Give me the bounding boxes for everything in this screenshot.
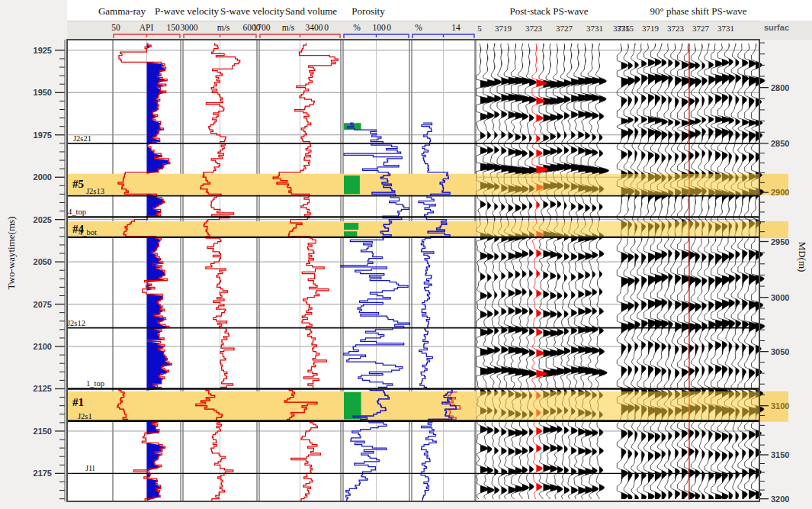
scale-unit-label: m/s	[217, 24, 230, 33]
scale-unit-label: %	[353, 24, 361, 33]
trace-number: 3727	[692, 24, 709, 33]
time-tick-label: 1950	[34, 89, 52, 97]
md-tick-label: 2850	[771, 140, 789, 148]
time-tick-label: 2150	[34, 427, 52, 436]
trace-number: 3723	[525, 24, 542, 33]
scale-min-label: 0	[387, 24, 391, 33]
marker-label-j2s13: J2s13	[86, 188, 104, 196]
md-tick-label: 3050	[771, 348, 789, 356]
scale-unit-label: m/s	[282, 24, 295, 33]
well-log-figure: Gamma-rayP-wave velocityS-wave velocityS…	[0, 0, 812, 509]
md-tick-label: 3200	[771, 495, 789, 504]
time-tick-label: 2050	[34, 258, 52, 266]
scale-max-label: 3400	[306, 24, 323, 33]
time-tick-label: 1975	[34, 131, 52, 140]
scale-min-label: 0	[324, 24, 329, 33]
marker-label-j2s21: J2s21	[73, 135, 91, 143]
time-tick-label: 2125	[34, 385, 52, 393]
scale-min-label: 1700	[253, 24, 271, 33]
zone-label: #4	[72, 224, 84, 235]
trace-number: 3723	[667, 24, 684, 33]
marker-label-j1l: J1l	[85, 465, 95, 473]
scale-max-label: 100	[372, 24, 385, 33]
trace-number: 3731	[586, 24, 603, 33]
trace-number: 3719	[495, 24, 512, 33]
md-tick-label: 2800	[771, 84, 789, 92]
surface-corner-label: surfac	[764, 24, 789, 32]
scale-min-label: 3000	[181, 24, 198, 33]
marker-label-1_top: 1_top	[86, 380, 104, 388]
log-plot-canvas	[0, 0, 812, 509]
scale-max-label: 14	[451, 24, 461, 33]
time-tick-label: 2175	[34, 469, 52, 478]
track-title-1: P-wave velocity	[155, 6, 219, 16]
marker-label-j2s12: J2s12	[67, 320, 85, 328]
marker-label-4_top: 4_top	[68, 208, 86, 217]
scale-unit-label: %	[415, 24, 422, 33]
md-tick-label: 2900	[771, 188, 789, 197]
scale-max-label: 150	[166, 24, 179, 33]
time-axis-title: Two-waytime(ms)	[6, 177, 16, 330]
trace-number: 3715	[617, 24, 634, 33]
track-title-3: Sand volume	[285, 6, 337, 16]
md-tick-label: 3100	[771, 402, 789, 411]
trace-number: 3731	[717, 24, 734, 33]
trace-number: 3719	[642, 24, 659, 33]
zone-label: #5	[72, 179, 84, 190]
time-tick-label: 2075	[34, 301, 52, 309]
zone-label: #1	[72, 397, 84, 408]
md-tick-label: 2950	[771, 238, 789, 246]
track-title-6: 90° phase shift PS-wave	[650, 6, 747, 16]
md-tick-label: 3000	[771, 294, 789, 302]
time-tick-label: 2025	[34, 216, 52, 224]
md-tick-label: 3150	[771, 451, 789, 459]
scale-unit-label: API	[140, 24, 154, 33]
time-tick-label: 2100	[34, 343, 52, 351]
trace-number: 3727	[556, 24, 573, 33]
track-title-4: Porosity	[351, 6, 384, 16]
track-title-0: Gamma-ray	[98, 6, 146, 16]
track-title-5: Post-stack PS-wave	[510, 6, 589, 16]
time-tick-label: 2000	[34, 173, 52, 182]
time-tick-label: 1925	[34, 47, 52, 55]
trace-number-clipped: 5	[477, 24, 482, 33]
marker-label-j2s1: J2s1	[78, 413, 92, 421]
track-title-2: S-wave velocity	[220, 6, 284, 16]
md-axis-title: MD(m)	[798, 181, 807, 333]
scale-min-label: 50	[111, 24, 120, 33]
